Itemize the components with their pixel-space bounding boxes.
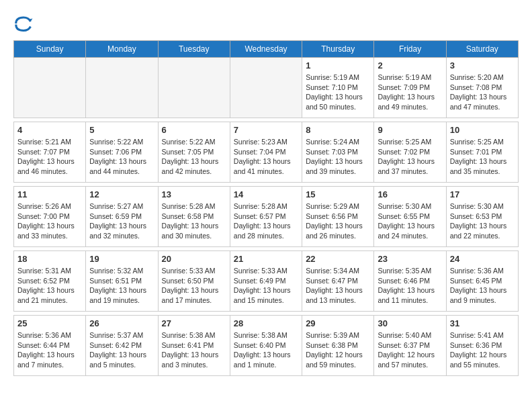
day-number: 26 bbox=[89, 318, 154, 328]
day-number: 3 bbox=[450, 60, 515, 71]
day-info: Sunrise: 5:33 AMSunset: 6:50 PMDaylight:… bbox=[162, 266, 226, 306]
day-info: Sunrise: 5:36 AMSunset: 6:44 PMDaylight:… bbox=[17, 330, 82, 370]
day-number: 4 bbox=[17, 125, 82, 135]
day-info: Sunrise: 5:38 AMSunset: 6:40 PMDaylight:… bbox=[234, 330, 298, 370]
col-header-tuesday: Tuesday bbox=[158, 41, 230, 58]
day-info: Sunrise: 5:20 AMSunset: 7:08 PMDaylight:… bbox=[450, 73, 515, 112]
day-info: Sunrise: 5:33 AMSunset: 6:49 PMDaylight:… bbox=[234, 266, 298, 306]
day-number: 17 bbox=[450, 189, 515, 199]
day-number: 13 bbox=[162, 189, 226, 199]
day-number: 25 bbox=[17, 318, 82, 328]
day-info: Sunrise: 5:21 AMSunset: 7:07 PMDaylight:… bbox=[17, 137, 82, 177]
day-info: Sunrise: 5:39 AMSunset: 6:38 PMDaylight:… bbox=[306, 330, 370, 370]
calendar-cell: 11Sunrise: 5:26 AMSunset: 7:00 PMDayligh… bbox=[14, 187, 86, 247]
logo bbox=[13, 13, 36, 34]
calendar-cell: 4Sunrise: 5:21 AMSunset: 7:07 PMDaylight… bbox=[14, 122, 86, 183]
calendar-cell: 3Sunrise: 5:20 AMSunset: 7:08 PMDaylight… bbox=[446, 58, 518, 118]
day-number: 29 bbox=[306, 318, 370, 328]
day-number: 7 bbox=[234, 125, 298, 135]
calendar-table: SundayMondayTuesdayWednesdayThursdayFrid… bbox=[13, 40, 519, 376]
day-number: 19 bbox=[89, 254, 154, 264]
day-info: Sunrise: 5:22 AMSunset: 7:05 PMDaylight:… bbox=[162, 137, 226, 177]
day-info: Sunrise: 5:30 AMSunset: 6:55 PMDaylight:… bbox=[378, 201, 442, 241]
day-number: 12 bbox=[89, 189, 154, 199]
calendar-cell: 5Sunrise: 5:22 AMSunset: 7:06 PMDaylight… bbox=[86, 122, 158, 183]
day-number: 24 bbox=[450, 254, 515, 264]
week-row-4: 18Sunrise: 5:31 AMSunset: 6:52 PMDayligh… bbox=[14, 251, 519, 312]
day-number: 8 bbox=[306, 125, 370, 135]
day-info: Sunrise: 5:40 AMSunset: 6:37 PMDaylight:… bbox=[378, 330, 442, 370]
day-number: 10 bbox=[450, 125, 515, 135]
calendar-cell: 27Sunrise: 5:38 AMSunset: 6:41 PMDayligh… bbox=[158, 316, 230, 376]
day-number: 23 bbox=[378, 254, 442, 264]
calendar-cell: 18Sunrise: 5:31 AMSunset: 6:52 PMDayligh… bbox=[14, 251, 86, 312]
day-number: 11 bbox=[17, 189, 82, 199]
day-info: Sunrise: 5:38 AMSunset: 6:41 PMDaylight:… bbox=[162, 330, 226, 370]
day-number: 5 bbox=[89, 125, 154, 135]
day-number: 22 bbox=[306, 254, 370, 264]
day-number: 9 bbox=[378, 125, 442, 135]
calendar-cell: 26Sunrise: 5:37 AMSunset: 6:42 PMDayligh… bbox=[86, 316, 158, 376]
day-number: 21 bbox=[234, 254, 298, 264]
day-info: Sunrise: 5:32 AMSunset: 6:51 PMDaylight:… bbox=[89, 266, 154, 306]
day-info: Sunrise: 5:26 AMSunset: 7:00 PMDaylight:… bbox=[17, 201, 82, 241]
day-number: 31 bbox=[450, 318, 515, 328]
day-info: Sunrise: 5:23 AMSunset: 7:04 PMDaylight:… bbox=[234, 137, 298, 177]
calendar-cell: 9Sunrise: 5:25 AMSunset: 7:02 PMDaylight… bbox=[374, 122, 446, 183]
day-number: 20 bbox=[162, 254, 226, 264]
col-header-saturday: Saturday bbox=[446, 41, 518, 58]
day-info: Sunrise: 5:22 AMSunset: 7:06 PMDaylight:… bbox=[89, 137, 154, 177]
page-header bbox=[13, 13, 519, 34]
day-number: 18 bbox=[17, 254, 82, 264]
day-number: 16 bbox=[378, 189, 442, 199]
day-info: Sunrise: 5:19 AMSunset: 7:10 PMDaylight:… bbox=[306, 73, 370, 112]
col-header-friday: Friday bbox=[374, 41, 446, 58]
day-info: Sunrise: 5:30 AMSunset: 6:53 PMDaylight:… bbox=[450, 201, 515, 241]
day-info: Sunrise: 5:28 AMSunset: 6:57 PMDaylight:… bbox=[234, 201, 298, 241]
calendar-cell bbox=[14, 58, 86, 118]
calendar-cell bbox=[86, 58, 158, 118]
day-number: 27 bbox=[162, 318, 226, 328]
calendar-cell: 8Sunrise: 5:24 AMSunset: 7:03 PMDaylight… bbox=[302, 122, 374, 183]
day-info: Sunrise: 5:25 AMSunset: 7:01 PMDaylight:… bbox=[450, 137, 515, 177]
calendar-cell: 21Sunrise: 5:33 AMSunset: 6:49 PMDayligh… bbox=[230, 251, 302, 312]
calendar-cell: 14Sunrise: 5:28 AMSunset: 6:57 PMDayligh… bbox=[230, 187, 302, 247]
week-row-2: 4Sunrise: 5:21 AMSunset: 7:07 PMDaylight… bbox=[14, 122, 519, 183]
day-info: Sunrise: 5:19 AMSunset: 7:09 PMDaylight:… bbox=[378, 73, 442, 112]
day-number: 2 bbox=[378, 60, 442, 71]
day-number: 28 bbox=[234, 318, 298, 328]
day-info: Sunrise: 5:25 AMSunset: 7:02 PMDaylight:… bbox=[378, 137, 442, 177]
calendar-cell: 29Sunrise: 5:39 AMSunset: 6:38 PMDayligh… bbox=[302, 316, 374, 376]
calendar-cell: 31Sunrise: 5:41 AMSunset: 6:36 PMDayligh… bbox=[446, 316, 518, 376]
calendar-cell: 17Sunrise: 5:30 AMSunset: 6:53 PMDayligh… bbox=[446, 187, 518, 247]
calendar-cell: 25Sunrise: 5:36 AMSunset: 6:44 PMDayligh… bbox=[14, 316, 86, 376]
day-info: Sunrise: 5:27 AMSunset: 6:59 PMDaylight:… bbox=[89, 201, 154, 241]
col-header-thursday: Thursday bbox=[302, 41, 374, 58]
day-info: Sunrise: 5:35 AMSunset: 6:46 PMDaylight:… bbox=[378, 266, 442, 306]
calendar-cell: 12Sunrise: 5:27 AMSunset: 6:59 PMDayligh… bbox=[86, 187, 158, 247]
calendar-cell bbox=[230, 58, 302, 118]
day-info: Sunrise: 5:37 AMSunset: 6:42 PMDaylight:… bbox=[89, 330, 154, 370]
calendar-cell: 19Sunrise: 5:32 AMSunset: 6:51 PMDayligh… bbox=[86, 251, 158, 312]
calendar-cell: 7Sunrise: 5:23 AMSunset: 7:04 PMDaylight… bbox=[230, 122, 302, 183]
col-header-wednesday: Wednesday bbox=[230, 41, 302, 58]
day-info: Sunrise: 5:36 AMSunset: 6:45 PMDaylight:… bbox=[450, 266, 515, 306]
day-info: Sunrise: 5:34 AMSunset: 6:47 PMDaylight:… bbox=[306, 266, 370, 306]
calendar-cell: 16Sunrise: 5:30 AMSunset: 6:55 PMDayligh… bbox=[374, 187, 446, 247]
logo-icon bbox=[13, 13, 34, 34]
calendar-cell: 24Sunrise: 5:36 AMSunset: 6:45 PMDayligh… bbox=[446, 251, 518, 312]
header-row: SundayMondayTuesdayWednesdayThursdayFrid… bbox=[14, 41, 519, 58]
week-row-5: 25Sunrise: 5:36 AMSunset: 6:44 PMDayligh… bbox=[14, 316, 519, 376]
day-info: Sunrise: 5:41 AMSunset: 6:36 PMDaylight:… bbox=[450, 330, 515, 370]
day-info: Sunrise: 5:29 AMSunset: 6:56 PMDaylight:… bbox=[306, 201, 370, 241]
col-header-monday: Monday bbox=[86, 41, 158, 58]
day-number: 14 bbox=[234, 189, 298, 199]
day-number: 15 bbox=[306, 189, 370, 199]
day-number: 6 bbox=[162, 125, 226, 135]
week-row-1: 1Sunrise: 5:19 AMSunset: 7:10 PMDaylight… bbox=[14, 58, 519, 118]
calendar-cell: 23Sunrise: 5:35 AMSunset: 6:46 PMDayligh… bbox=[374, 251, 446, 312]
calendar-cell: 28Sunrise: 5:38 AMSunset: 6:40 PMDayligh… bbox=[230, 316, 302, 376]
day-info: Sunrise: 5:24 AMSunset: 7:03 PMDaylight:… bbox=[306, 137, 370, 177]
calendar-cell: 1Sunrise: 5:19 AMSunset: 7:10 PMDaylight… bbox=[302, 58, 374, 118]
calendar-cell: 22Sunrise: 5:34 AMSunset: 6:47 PMDayligh… bbox=[302, 251, 374, 312]
